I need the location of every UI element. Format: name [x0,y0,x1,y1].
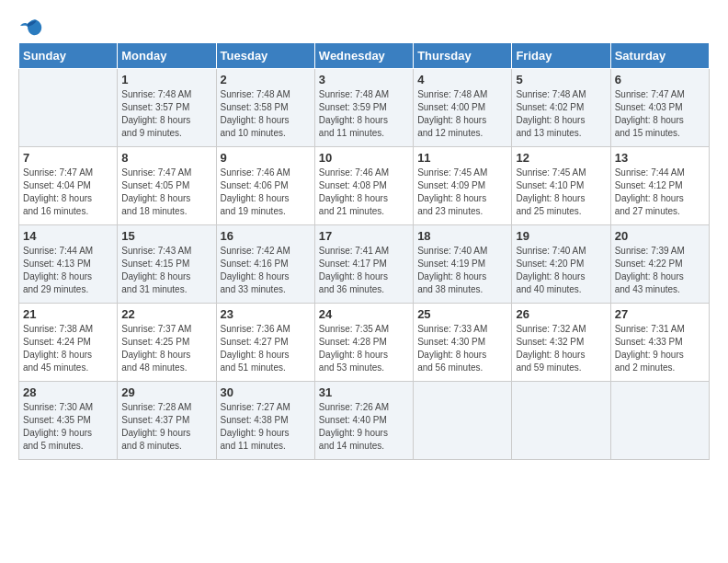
day-number: 21 [23,307,113,321]
day-info: Sunrise: 7:40 AM Sunset: 4:19 PM Dayligh… [417,245,507,296]
day-number: 17 [319,229,409,243]
day-info: Sunrise: 7:46 AM Sunset: 4:08 PM Dayligh… [319,167,409,218]
day-info: Sunrise: 7:26 AM Sunset: 4:40 PM Dayligh… [319,401,409,453]
calendar-cell: 25Sunrise: 7:33 AM Sunset: 4:30 PM Dayli… [414,304,512,382]
calendar-cell: 18Sunrise: 7:40 AM Sunset: 4:19 PM Dayli… [414,225,512,304]
week-row-1: 1Sunrise: 7:48 AM Sunset: 3:57 PM Daylig… [19,69,710,147]
day-number: 24 [319,307,409,321]
day-info: Sunrise: 7:48 AM Sunset: 3:57 PM Dayligh… [121,88,211,140]
day-info: Sunrise: 7:48 AM Sunset: 3:58 PM Dayligh… [221,88,311,140]
day-info: Sunrise: 7:28 AM Sunset: 4:37 PM Dayligh… [121,401,211,453]
header-day-monday: Monday [118,43,216,69]
day-number: 26 [516,307,606,321]
calendar-cell: 13Sunrise: 7:44 AM Sunset: 4:12 PM Dayli… [610,147,709,225]
day-info: Sunrise: 7:35 AM Sunset: 4:28 PM Dayligh… [319,323,409,374]
day-number: 28 [23,385,113,399]
day-number: 30 [221,385,311,399]
calendar-header: SundayMondayTuesdayWednesdayThursdayFrid… [19,43,710,69]
calendar-cell: 3Sunrise: 7:48 AM Sunset: 3:59 PM Daylig… [314,69,413,147]
day-number: 18 [417,229,507,243]
day-number: 20 [615,229,705,243]
calendar-cell: 6Sunrise: 7:47 AM Sunset: 4:03 PM Daylig… [610,69,709,147]
calendar-cell: 31Sunrise: 7:26 AM Sunset: 4:40 PM Dayli… [314,382,413,460]
header-day-wednesday: Wednesday [314,43,413,69]
day-number: 19 [516,229,606,243]
header-day-tuesday: Tuesday [216,43,314,69]
day-number: 22 [121,307,211,321]
header-day-friday: Friday [512,43,610,69]
day-info: Sunrise: 7:47 AM Sunset: 4:04 PM Dayligh… [23,167,113,218]
calendar-cell: 8Sunrise: 7:47 AM Sunset: 4:05 PM Daylig… [118,147,216,225]
calendar-cell [414,382,512,460]
calendar-cell: 11Sunrise: 7:45 AM Sunset: 4:09 PM Dayli… [414,147,512,225]
day-info: Sunrise: 7:36 AM Sunset: 4:27 PM Dayligh… [221,323,311,374]
calendar-cell: 15Sunrise: 7:43 AM Sunset: 4:15 PM Dayli… [118,225,216,304]
calendar-cell: 5Sunrise: 7:48 AM Sunset: 4:02 PM Daylig… [512,69,610,147]
day-number: 11 [417,151,507,165]
header-day-thursday: Thursday [414,43,512,69]
day-info: Sunrise: 7:37 AM Sunset: 4:25 PM Dayligh… [121,323,211,374]
day-number: 9 [221,151,311,165]
calendar-cell: 30Sunrise: 7:27 AM Sunset: 4:38 PM Dayli… [216,382,314,460]
day-info: Sunrise: 7:47 AM Sunset: 4:03 PM Dayligh… [615,88,705,140]
calendar-cell: 19Sunrise: 7:40 AM Sunset: 4:20 PM Dayli… [512,225,610,304]
day-number: 13 [615,151,705,165]
day-info: Sunrise: 7:44 AM Sunset: 4:12 PM Dayligh… [615,167,705,218]
calendar-cell: 7Sunrise: 7:47 AM Sunset: 4:04 PM Daylig… [19,147,118,225]
day-info: Sunrise: 7:38 AM Sunset: 4:24 PM Dayligh… [23,323,113,374]
day-info: Sunrise: 7:47 AM Sunset: 4:05 PM Dayligh… [121,167,211,218]
page-header [18,18,710,33]
calendar-cell: 23Sunrise: 7:36 AM Sunset: 4:27 PM Dayli… [216,304,314,382]
day-info: Sunrise: 7:45 AM Sunset: 4:09 PM Dayligh… [417,167,507,218]
day-number: 15 [121,229,211,243]
day-number: 5 [516,73,606,86]
day-number: 27 [615,307,705,321]
calendar-cell: 26Sunrise: 7:32 AM Sunset: 4:32 PM Dayli… [512,304,610,382]
day-info: Sunrise: 7:39 AM Sunset: 4:22 PM Dayligh… [615,245,705,296]
day-number: 10 [319,151,409,165]
calendar-cell [610,382,709,460]
day-number: 23 [221,307,311,321]
day-info: Sunrise: 7:42 AM Sunset: 4:16 PM Dayligh… [221,245,311,296]
day-info: Sunrise: 7:40 AM Sunset: 4:20 PM Dayligh… [516,245,606,296]
week-row-2: 7Sunrise: 7:47 AM Sunset: 4:04 PM Daylig… [19,147,710,225]
calendar-cell: 20Sunrise: 7:39 AM Sunset: 4:22 PM Dayli… [610,225,709,304]
calendar-cell: 22Sunrise: 7:37 AM Sunset: 4:25 PM Dayli… [118,304,216,382]
day-number: 2 [221,73,311,86]
calendar-cell: 12Sunrise: 7:45 AM Sunset: 4:10 PM Dayli… [512,147,610,225]
day-number: 25 [417,307,507,321]
day-info: Sunrise: 7:45 AM Sunset: 4:10 PM Dayligh… [516,167,606,218]
calendar-cell: 24Sunrise: 7:35 AM Sunset: 4:28 PM Dayli… [314,304,413,382]
day-info: Sunrise: 7:46 AM Sunset: 4:06 PM Dayligh… [221,167,311,218]
week-row-4: 21Sunrise: 7:38 AM Sunset: 4:24 PM Dayli… [19,304,710,382]
calendar-cell [512,382,610,460]
day-info: Sunrise: 7:30 AM Sunset: 4:35 PM Dayligh… [23,401,113,453]
week-row-5: 28Sunrise: 7:30 AM Sunset: 4:35 PM Dayli… [19,382,710,460]
day-info: Sunrise: 7:48 AM Sunset: 3:59 PM Dayligh… [319,88,409,140]
calendar-cell: 16Sunrise: 7:42 AM Sunset: 4:16 PM Dayli… [216,225,314,304]
calendar-cell: 1Sunrise: 7:48 AM Sunset: 3:57 PM Daylig… [118,69,216,147]
week-row-3: 14Sunrise: 7:44 AM Sunset: 4:13 PM Dayli… [19,225,710,304]
day-info: Sunrise: 7:48 AM Sunset: 4:02 PM Dayligh… [516,88,606,140]
day-number: 4 [417,73,507,86]
calendar-cell: 14Sunrise: 7:44 AM Sunset: 4:13 PM Dayli… [19,225,118,304]
calendar-cell: 27Sunrise: 7:31 AM Sunset: 4:33 PM Dayli… [610,304,709,382]
day-number: 12 [516,151,606,165]
logo [18,18,42,33]
day-number: 14 [23,229,113,243]
calendar-table: SundayMondayTuesdayWednesdayThursdayFrid… [18,42,710,460]
calendar-cell: 21Sunrise: 7:38 AM Sunset: 4:24 PM Dayli… [19,304,118,382]
calendar-cell: 2Sunrise: 7:48 AM Sunset: 3:58 PM Daylig… [216,69,314,147]
day-info: Sunrise: 7:41 AM Sunset: 4:17 PM Dayligh… [319,245,409,296]
day-number: 31 [319,385,409,399]
calendar-cell: 9Sunrise: 7:46 AM Sunset: 4:06 PM Daylig… [216,147,314,225]
day-number: 3 [319,73,409,86]
header-row: SundayMondayTuesdayWednesdayThursdayFrid… [19,43,710,69]
calendar-cell: 4Sunrise: 7:48 AM Sunset: 4:00 PM Daylig… [414,69,512,147]
day-number: 29 [121,385,211,399]
day-number: 8 [121,151,211,165]
header-day-saturday: Saturday [610,43,709,69]
header-day-sunday: Sunday [19,43,118,69]
day-info: Sunrise: 7:43 AM Sunset: 4:15 PM Dayligh… [121,245,211,296]
day-number: 16 [221,229,311,243]
